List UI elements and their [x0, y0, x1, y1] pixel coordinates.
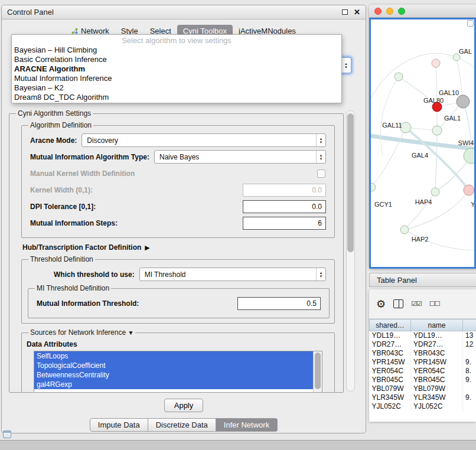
tab-discretize-data[interactable]: Discretize Data	[148, 418, 216, 432]
mi-threshold-input[interactable]: 0.5	[237, 297, 321, 310]
sources-toggle[interactable]: Sources for Network Inference ▼	[28, 328, 135, 337]
table-row[interactable]: YBL079WYBL079W	[370, 384, 476, 393]
mi-threshold-group: MI Threshold Definition Mutual Informati…	[28, 284, 330, 318]
columns-icon[interactable]	[393, 299, 403, 308]
table-row[interactable]: YPR145WYPR145W9.	[370, 358, 476, 367]
apply-button[interactable]: Apply	[164, 399, 204, 412]
network-node[interactable]	[431, 188, 439, 196]
table-cell[interactable]: YDL19…	[411, 331, 463, 340]
mi-steps-input[interactable]: 6	[243, 217, 326, 230]
table-cell[interactable]: YBR043C	[411, 349, 463, 358]
table-cell[interactable]	[463, 402, 476, 411]
table-cell[interactable]: YBL079W	[411, 384, 463, 393]
tab-infer-network[interactable]: Infer Network	[216, 418, 278, 432]
network-node[interactable]	[464, 148, 474, 164]
table-cell[interactable]: YER054C	[411, 367, 463, 376]
table-body: YDL19…YDL19…13YDR27…YDR27…12YBR043CYBR04…	[370, 331, 476, 411]
network-canvas-svg[interactable]: GAL80GAL10GAL11GAL1SWI4GAL4GCY1HAP4HAP2G…	[371, 19, 474, 267]
table-cell[interactable]: YBL079W	[370, 384, 411, 393]
network-icon	[71, 28, 78, 34]
zoom-traffic-light-icon[interactable]	[398, 8, 405, 15]
list-scrollbar[interactable]	[313, 351, 322, 393]
network-node[interactable]	[395, 73, 403, 81]
column-header[interactable]	[463, 319, 476, 331]
threshold-select[interactable]: MI Threshold ▲ ▼	[139, 268, 326, 281]
table-cell[interactable]	[463, 384, 476, 393]
algorithm-option[interactable]: Bayesian – Hill Climbing	[12, 45, 341, 55]
algorithm-option[interactable]: Basic Correlation Inference	[12, 55, 341, 64]
gear-icon[interactable]: ⚙	[376, 299, 386, 309]
table-row[interactable]: YDL19…YDL19…13	[370, 331, 476, 340]
table-cell[interactable]: 9.	[463, 358, 476, 367]
table-cell[interactable]: 9.	[463, 393, 476, 402]
network-node[interactable]	[371, 183, 376, 191]
network-node[interactable]	[464, 185, 474, 195]
table-cell[interactable]: YBR045C	[411, 376, 463, 384]
table-row[interactable]: YDR27…YDR27…12	[370, 340, 476, 349]
table-cell[interactable]: YBR043C	[370, 349, 411, 358]
table-cell[interactable]: 13	[463, 331, 476, 340]
algorithm-popup-list: Bayesian – Hill ClimbingBasic Correlatio…	[12, 45, 341, 102]
attribute-item[interactable]: BetweennessCentrality	[34, 370, 313, 380]
table-cell[interactable]: YER054C	[370, 367, 411, 376]
mi-algorithm-type-select[interactable]: Naive Bayes ▲ ▼	[154, 150, 326, 164]
select-all-icon[interactable]: ☑☑	[411, 300, 422, 308]
algorithm-option[interactable]: Dream8 DC_TDC Algorithm	[12, 93, 341, 102]
hub-definition-toggle[interactable]: Hub/Transcription Factor Definition ▶	[22, 243, 335, 252]
network-node[interactable]	[400, 226, 409, 234]
kernel-width-input[interactable]: 0.0	[243, 184, 326, 197]
column-header[interactable]: shared…	[370, 319, 411, 331]
deselect-all-icon[interactable]: ☐☐	[429, 300, 440, 308]
attribute-item[interactable]: gal4RGexp	[34, 380, 313, 389]
tab-impute-data[interactable]: Impute Data	[90, 418, 148, 432]
table-row[interactable]: YJL052CYJL052C	[370, 402, 476, 411]
network-node[interactable]	[432, 126, 442, 135]
table-cell[interactable]: YDL19…	[370, 331, 411, 340]
sources-group: Sources for Network Inference ▼ Data Att…	[21, 328, 335, 393]
attribute-item[interactable]: TopologicalCoefficient	[34, 361, 313, 370]
close-traffic-light-icon[interactable]	[374, 8, 382, 15]
column-header[interactable]: name	[411, 319, 463, 331]
table-cell[interactable]: YLR345W	[411, 393, 463, 402]
table-cell[interactable]: YBR045C	[370, 376, 411, 384]
minimized-panel-icon[interactable]	[3, 431, 11, 438]
attribute-item[interactable]: SelfLoops	[34, 351, 313, 361]
control-panel: Control Panel ✕ NetworkStyleSelectCyni T…	[1, 5, 366, 433]
table-row[interactable]: YBR043CYBR043C	[370, 349, 476, 358]
settings-scrollbar[interactable]	[346, 110, 355, 392]
aracne-mode-select[interactable]: Discovery ▲ ▼	[81, 133, 326, 147]
table-cell[interactable]: YJL052C	[411, 402, 463, 411]
close-icon[interactable]: ✕	[354, 9, 360, 16]
table-cell[interactable]: YLR345W	[370, 393, 411, 402]
algorithm-dropdown-popup: Select algorithm to view settings Bayesi…	[11, 34, 342, 103]
overview-toggle-icon[interactable]	[467, 20, 474, 27]
network-window-titlebar[interactable]	[369, 5, 476, 18]
table-row[interactable]: YLR345WYLR345W9.	[370, 393, 476, 402]
table-cell[interactable]: YDR27…	[370, 340, 411, 349]
dpi-tolerance-input[interactable]: 0.0	[243, 200, 326, 213]
table-row[interactable]: YER054CYER054C8.	[370, 367, 476, 376]
control-panel-titlebar[interactable]: Control Panel ✕	[2, 5, 366, 19]
table-row[interactable]: YBR045CYBR045C9.	[370, 376, 476, 384]
algorithm-option[interactable]: Mutual Information Inference	[12, 74, 341, 83]
table-cell[interactable]: YPR145W	[370, 358, 411, 367]
table-cell[interactable]	[463, 349, 476, 358]
algorithm-option[interactable]: ARACNE Algorithm	[12, 64, 341, 74]
table-cell[interactable]: YDR27…	[411, 340, 463, 349]
algorithm-option[interactable]: Bayesian – K2	[12, 83, 341, 93]
table-panel-titlebar[interactable]: Table Panel	[369, 273, 476, 287]
manual-kernel-checkbox[interactable]	[317, 169, 325, 178]
table-cell[interactable]: 8.	[463, 367, 476, 376]
float-window-icon[interactable]	[342, 9, 348, 15]
network-node[interactable]	[457, 95, 470, 108]
which-threshold-label: Which threshold to use:	[54, 270, 135, 279]
settings-scrollbar-thumb[interactable]	[347, 113, 354, 252]
list-scrollbar-thumb[interactable]	[315, 353, 321, 389]
table-cell[interactable]: YJL052C	[370, 402, 411, 411]
network-canvas[interactable]: GAL80GAL10GAL11GAL1SWI4GAL4GCY1HAP4HAP2G…	[369, 18, 476, 269]
network-node[interactable]	[432, 59, 440, 67]
minimize-traffic-light-icon[interactable]	[386, 8, 393, 15]
table-cell[interactable]: 12	[463, 340, 476, 349]
table-cell[interactable]: YPR145W	[411, 358, 463, 367]
table-cell[interactable]: 9.	[463, 376, 476, 384]
